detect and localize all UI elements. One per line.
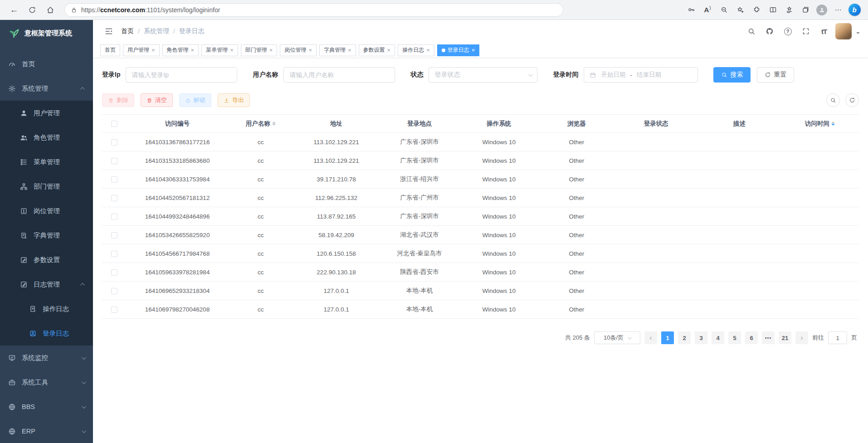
sidebar-item-log-mgmt[interactable]: 日志管理 <box>0 272 93 297</box>
breadcrumb-home[interactable]: 首页 <box>121 27 134 35</box>
page-button-3[interactable]: 3 <box>695 331 707 344</box>
fullscreen-icon[interactable] <box>799 24 813 38</box>
table-row[interactable]: 1641059633978281984 cc 222.90.130.18 陕西省… <box>102 263 859 282</box>
sidebar-item-param-settings[interactable]: 参数设置 <box>0 248 93 272</box>
user-name-input[interactable] <box>283 67 395 83</box>
close-icon[interactable]: × <box>426 47 430 53</box>
sort-carets-icon[interactable] <box>272 122 276 126</box>
status-select[interactable]: 登录状态 <box>429 67 537 83</box>
sidebar-item-dept-mgmt[interactable]: 部门管理 <box>0 174 93 199</box>
address-bar[interactable]: https://ccnetcore.com:1101/system/log/lo… <box>64 3 563 17</box>
sidebar-item-system-tools[interactable]: 系统工具 <box>0 370 93 394</box>
add-favorite-icon[interactable] <box>733 3 747 17</box>
site-lock-icon[interactable] <box>71 7 77 13</box>
close-icon[interactable]: × <box>387 47 391 53</box>
tab-param-settings[interactable]: 参数设置× <box>359 44 395 56</box>
user-avatar[interactable] <box>835 23 852 39</box>
date-range-picker[interactable]: 开始日期 - 结束日期 <box>584 67 698 83</box>
tab-user-mgmt[interactable]: 用户管理× <box>123 44 160 56</box>
table-row[interactable]: 1641043063331753984 cc 39.171.210.78 浙江省… <box>102 170 859 189</box>
col-user-name[interactable]: 用户名称 <box>229 115 293 133</box>
select-all-checkbox[interactable] <box>111 121 117 127</box>
more-pages-button[interactable]: ••• <box>762 331 775 344</box>
split-screen-icon[interactable] <box>766 3 780 17</box>
tab-menu-mgmt[interactable]: 菜单管理× <box>201 44 238 56</box>
table-refresh-icon[interactable] <box>845 93 859 107</box>
tab-dict-mgmt[interactable]: 字典管理× <box>319 44 356 56</box>
row-checkbox[interactable] <box>111 139 117 146</box>
close-icon[interactable]: × <box>151 47 155 53</box>
close-icon[interactable]: × <box>269 47 273 53</box>
tab-oper-log[interactable]: 操作日志× <box>398 44 434 56</box>
header-search-icon[interactable] <box>745 24 758 38</box>
sidebar-item-role-mgmt[interactable]: 角色管理 <box>0 125 93 150</box>
font-size-icon[interactable]: tT <box>817 24 831 38</box>
page-button-6[interactable]: 6 <box>745 331 758 344</box>
table-row[interactable]: 1641044520567181312 cc 112.96.225.132 广东… <box>102 189 859 207</box>
close-icon[interactable]: × <box>348 47 351 53</box>
browser-back-icon[interactable]: ← <box>6 2 22 18</box>
bing-icon[interactable]: b <box>847 3 862 17</box>
search-button[interactable]: 搜索 <box>713 67 751 83</box>
sidebar-item-erp[interactable]: ERP <box>0 419 93 443</box>
sidebar-item-post-mgmt[interactable]: 岗位管理 <box>0 199 93 223</box>
row-checkbox[interactable] <box>111 269 117 276</box>
delete-button[interactable]: 删除 <box>102 93 134 107</box>
table-row[interactable]: 1641069798270046208 cc 127.0.0.1 本地-本机 W… <box>102 300 859 319</box>
tab-dept-mgmt[interactable]: 部门管理× <box>241 44 278 56</box>
table-row[interactable]: 1641054566717984768 cc 120.6.150.158 河北省… <box>102 244 859 263</box>
tab-role-mgmt[interactable]: 角色管理× <box>162 44 199 56</box>
close-icon[interactable]: × <box>191 47 195 53</box>
sidebar-fold-icon[interactable] <box>101 24 117 39</box>
sidebar-item-bbs[interactable]: BBS <box>0 394 93 419</box>
close-icon[interactable]: × <box>308 47 312 53</box>
tab-login-log[interactable]: 登录日志× <box>437 44 480 56</box>
row-checkbox[interactable] <box>111 232 117 239</box>
table-row[interactable]: 1641031367863177216 cc 113.102.129.221 广… <box>102 133 859 151</box>
zoom-out-icon[interactable] <box>717 3 731 17</box>
extensions-icon[interactable] <box>749 3 764 17</box>
reset-button[interactable]: 重置 <box>757 67 794 83</box>
clear-button[interactable]: 清空 <box>141 93 173 107</box>
row-checkbox[interactable] <box>111 195 117 201</box>
sidebar-item-dict-mgmt[interactable]: 字典管理 <box>0 223 93 248</box>
row-checkbox[interactable] <box>111 251 117 257</box>
unlock-button[interactable]: 解锁 <box>179 93 211 107</box>
help-icon[interactable]: ? <box>781 24 795 38</box>
table-row[interactable]: 1641044993248464896 cc 113.87.92.165 广东省… <box>102 207 859 226</box>
sidebar-item-menu-mgmt[interactable]: 菜单管理 <box>0 150 93 174</box>
sort-carets-icon[interactable] <box>831 122 835 126</box>
row-checkbox[interactable] <box>111 158 117 164</box>
table-row[interactable]: 1641053426655825920 cc 58.19.42.209 湖北省-… <box>102 226 859 244</box>
github-icon[interactable] <box>763 24 776 38</box>
login-ip-input[interactable] <box>126 67 237 83</box>
col-time[interactable]: 访问时间 <box>781 115 859 133</box>
page-button-4[interactable]: 4 <box>712 331 724 344</box>
export-button[interactable]: 导出 <box>218 93 250 107</box>
close-icon[interactable]: × <box>230 47 234 53</box>
sidebar-item-home[interactable]: 首页 <box>0 52 93 76</box>
table-row[interactable]: 1641031533185863680 cc 113.102.129.221 广… <box>102 151 859 170</box>
next-page-button[interactable]: › <box>795 331 808 344</box>
favorites-icon[interactable] <box>782 3 796 17</box>
browser-home-icon[interactable] <box>43 2 58 18</box>
collections-icon[interactable] <box>798 3 813 17</box>
row-checkbox[interactable] <box>111 214 117 220</box>
browser-more-icon[interactable]: ⋯ <box>831 3 845 17</box>
prev-page-button[interactable]: ‹ <box>644 331 657 344</box>
tab-post-mgmt[interactable]: 岗位管理× <box>280 44 317 56</box>
row-checkbox[interactable] <box>111 288 117 294</box>
close-icon[interactable]: × <box>472 47 475 53</box>
page-button-2[interactable]: 2 <box>678 331 691 344</box>
sidebar-item-system-mgmt[interactable]: 系统管理 <box>0 76 93 101</box>
page-size-select[interactable]: 10条/页 <box>594 331 640 344</box>
page-button-1[interactable]: 1 <box>661 331 674 344</box>
row-checkbox[interactable] <box>111 176 117 183</box>
read-aloud-icon[interactable]: A) <box>700 3 715 17</box>
table-row[interactable]: 1641069652933218304 cc 127.0.0.1 本地-本机 W… <box>102 282 859 300</box>
password-key-icon[interactable] <box>684 3 698 17</box>
sidebar-item-system-monitor[interactable]: 系统监控 <box>0 346 93 370</box>
browser-profile-icon[interactable] <box>814 3 829 17</box>
goto-page-input[interactable] <box>828 331 847 344</box>
sidebar-item-login-log[interactable]: 登录日志 <box>0 321 93 346</box>
